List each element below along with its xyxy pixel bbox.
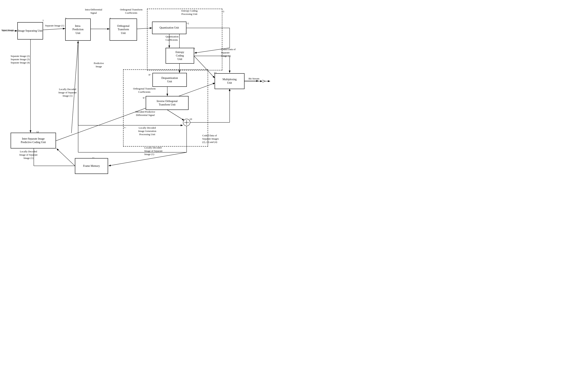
locally-decoded-gen-label: Locally DecodedImage GenerationProcessin… [125, 126, 166, 136]
num-1: 1 [43, 19, 44, 22]
coded-data-1-label: Coded Data ofSeparateImage (1) [221, 48, 252, 58]
inter-separate-unit: Inter-Separate ImagePredictive Coding Un… [11, 133, 56, 148]
bit-stream-label: Bit Stream [248, 77, 264, 80]
separate-images-234-label: Separate Image (2)Separate Image (3)Sepa… [11, 55, 49, 64]
num-8: 8~ [149, 73, 151, 76]
entropy-coding-processing-label: Entropy CodingProcessing Unit [181, 9, 216, 16]
diagram: Input Image Image Separating Unit 1 Sepa… [0, 0, 280, 196]
svg-line-36 [262, 81, 265, 82]
svg-line-21 [71, 41, 78, 133]
locally-decoded-left-label: Locally DecodedImage of SeparateImage (1… [52, 88, 83, 98]
entropy-coding-unit: EntropyCodingUnit [166, 48, 194, 64]
num-9: 9~ [143, 96, 146, 100]
quantization-unit: Quantization Unit [152, 21, 186, 34]
dequantization-unit: DequantizationUnit [152, 73, 187, 87]
quant-coeffs-label: QuantizationCoefficients [166, 35, 193, 42]
intra-diff-label: Intra-DifferentialSignal [81, 8, 106, 15]
multiplexing-unit: MultiplexingUnit [215, 73, 245, 89]
ortho-coeffs-top-label: Orthogonal TransformCoefficients [112, 8, 151, 15]
coded-data-234-label: Coded Data ofSeparate Images(2), (3) and… [202, 134, 241, 144]
separate-image-1-label: Separate Image (1) [44, 24, 65, 27]
inverse-orthogonal-unit: Inverse OrthogonalTransform Unit [146, 96, 189, 110]
orthogonal-transform-unit: OrthogonalTransformUnit [110, 19, 137, 41]
svg-line-17 [56, 148, 75, 166]
locally-decoded-inter-label: Locally DecodedImage of SeparateImage (1… [11, 150, 46, 160]
frame-memory-unit: Frame Memory [75, 158, 108, 174]
decoded-predictive-label: Decoded PredictiveDifferential Signal [125, 110, 166, 117]
locally-decoded-bottom-label: Locally DecodedImage of SeparateImage (1… [144, 146, 183, 156]
intra-prediction-unit: Intra-PredictionUnit [65, 19, 91, 41]
image-separating-unit: Image Separating Unit [17, 22, 43, 40]
num-3: ~3 [222, 10, 224, 13]
svg-line-2 [43, 29, 65, 30]
ortho-coeffs-mid-label: Orthogonal TransformCoefficients [125, 87, 164, 94]
input-image-label: Input Image [1, 29, 14, 32]
predictive-image-label: PredictiveImage [89, 62, 108, 68]
num-10: 10 [190, 118, 192, 121]
num-5: ~5 [186, 22, 189, 25]
